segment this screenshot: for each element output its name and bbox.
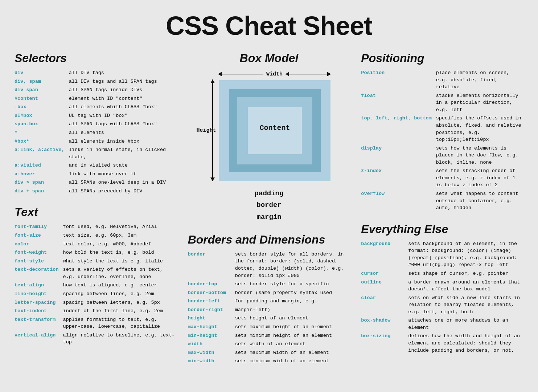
table-row: backgroundsets background of an element,… [361, 240, 523, 269]
prop-desc-cell: all elements whith CLASS "box" [69, 103, 177, 111]
prop-name-cell: z-index [361, 167, 436, 189]
table-row: #box*all elements inside #box [15, 137, 177, 146]
bm-outer-box: Content [219, 80, 330, 181]
table-row: min-widthsets minimum width of an elemen… [188, 357, 350, 366]
prop-name-cell: a:hover [15, 170, 69, 179]
prop-desc-cell: indent of the first line, e.g. 2em [63, 307, 177, 315]
prop-desc-cell: sets width of an element [235, 340, 350, 348]
table-row: Positionplace elements on screen, e.g. a… [361, 69, 523, 91]
table-row: text-transformapplies formatting to text… [15, 315, 177, 331]
table-row: clearsets on what side a new line starts… [361, 294, 523, 317]
table-row: *all elements [15, 128, 177, 137]
bm-border-box: Content [229, 89, 321, 172]
prop-name-cell: span.box [15, 120, 69, 128]
table-row: bordersets border style for all borders,… [188, 250, 350, 280]
prop-desc-cell: link with mouse over it [69, 170, 177, 179]
table-row: top, left, right, bottomspecifies the of… [361, 114, 523, 144]
prop-desc-cell: all SPANs preceded by DIV [69, 187, 177, 196]
prop-name-cell: overflow [361, 189, 436, 212]
prop-desc-cell: text size, e.g. 60px, 3em [63, 231, 177, 240]
prop-desc-cell: how bold the text is, e.g. bold [63, 248, 177, 257]
table-row: colortext color, e.g. #000, #abcdef [15, 240, 177, 249]
width-label: Width [266, 71, 283, 77]
width-arrow: Width [218, 69, 330, 79]
positioning-table: Positionplace elements on screen, e.g. a… [361, 69, 523, 212]
prop-name-cell: top, left, right, bottom [361, 114, 436, 144]
bm-labels: padding border margin [255, 188, 284, 223]
height-arrow-container [207, 79, 218, 181]
text-table: font-familyfont used, e.g. Helvetiva, Ar… [15, 222, 177, 346]
prop-desc-cell: sets background of an element, in the fo… [408, 240, 523, 269]
prop-name-cell: outline [361, 278, 408, 294]
margin-label: margin [255, 211, 284, 223]
boxmodel-title: Box Model [240, 52, 299, 65]
prop-desc-cell: spacing between lines, e.g. 2em [63, 290, 177, 298]
boxmodel-section: Box Model Width Height [188, 52, 350, 223]
table-row: vertical-alignalign relative to baseline… [15, 331, 177, 347]
table-row: font-familyfont used, e.g. Helvetiva, Ar… [15, 222, 177, 231]
table-row: line-heightspacing between lines, e.g. 2… [15, 290, 177, 298]
table-row: div, spamall DIV tags and all SPAN tags [15, 77, 177, 86]
table-row: text-indentindent of the first line, e.g… [15, 307, 177, 315]
width-arrow-left [218, 74, 263, 74]
table-row: outlinea border drawn around an elements… [361, 278, 523, 294]
borders-section: Borders and Dimensions bordersets border… [188, 233, 350, 366]
prop-desc-cell: font used, e.g. Helvetiva, Arial [63, 222, 177, 231]
prop-name-cell: div + span [15, 187, 69, 196]
prop-name-cell: #content [15, 94, 69, 103]
table-row: border-leftfor padding and margin, e.g. [188, 297, 350, 306]
prop-desc-cell: spacing between letters, e.g. 5px [63, 298, 177, 307]
prop-desc-cell: all SPANs one-level deep in a DIV [69, 178, 177, 187]
everything-title: Everything Else [361, 222, 523, 236]
prop-name-cell: div [15, 69, 69, 77]
prop-name-cell: border-top [188, 280, 235, 289]
prop-name-cell: background [361, 240, 408, 269]
prop-name-cell: font-family [15, 222, 63, 231]
table-row: max-heightsets maximum height of an elem… [188, 323, 350, 331]
everything-section: Everything Else backgroundsets backgroun… [361, 222, 523, 355]
prop-name-cell: text-indent [15, 307, 63, 315]
prop-name-cell: max-height [188, 323, 235, 331]
borders-title: Borders and Dimensions [188, 233, 350, 246]
height-arrow-down [210, 177, 215, 181]
bm-content-label: Content [259, 124, 290, 132]
table-row: letter-spacingspacing between letters, e… [15, 298, 177, 307]
prop-name-cell: display [361, 144, 436, 167]
main-grid: Selectors divall DIV tagsdiv, spamall DI… [15, 52, 523, 376]
prop-name-cell: Position [361, 69, 436, 91]
table-row: border-bottomborder (same property synta… [188, 289, 350, 297]
table-row: overflowsets what happens to content out… [361, 189, 523, 212]
prop-name-cell: div span [15, 86, 69, 94]
prop-desc-cell: sets maximum width of an element [235, 348, 350, 357]
prop-name-cell: border [188, 250, 235, 280]
table-row: font-stylewhat style the text is e.g. it… [15, 257, 177, 266]
prop-desc-cell: sets minimum width of an element [235, 357, 350, 366]
prop-desc-cell: border (same property syntax used [235, 289, 350, 297]
prop-desc-cell: all DIV tags [69, 69, 177, 77]
prop-name-cell: a:visited [15, 161, 69, 170]
selectors-section: Selectors divall DIV tagsdiv, spamall DI… [15, 52, 177, 195]
prop-name-cell: font-size [15, 231, 63, 240]
table-row: div > spanall SPANs one-level deep in a … [15, 178, 177, 187]
prop-name-cell: box-sizing [361, 332, 408, 355]
table-row: border-topsets border style for a specif… [188, 280, 350, 289]
table-row: span.boxall SPAN tags with CLASS "box" [15, 120, 177, 128]
prop-desc-cell: stacks elements horizontally in a partic… [436, 91, 523, 114]
selectors-table: divall DIV tagsdiv, spamall DIV tags and… [15, 69, 177, 195]
prop-desc-cell: all elements inside #box [69, 137, 177, 146]
table-row: min-heightsets minimum height of an elem… [188, 331, 350, 340]
prop-desc-cell: all SPAN tags with CLASS "box" [69, 120, 177, 128]
prop-name-cell: ul#box [15, 111, 69, 120]
prop-desc-cell: specifies the offsets used in absolute, … [436, 114, 523, 144]
table-row: a:link, a:active,links in normal state, … [15, 146, 177, 161]
prop-name-cell: color [15, 240, 63, 249]
column-2: Box Model Width Height [188, 52, 350, 376]
prop-desc-cell: all DIV tags and all SPAN tags [69, 77, 177, 86]
border-label: border [255, 199, 284, 211]
table-row: text-decorationsets a variety of effects… [15, 265, 177, 281]
prop-desc-cell: sets on what side a new line starts in r… [408, 294, 523, 317]
borders-table: bordersets border style for all borders,… [188, 250, 350, 366]
prop-name-cell: div > span [15, 178, 69, 187]
table-row: font-weighthow bold the text is, e.g. bo… [15, 248, 177, 257]
prop-desc-cell: sets border style for a specific [235, 280, 350, 289]
